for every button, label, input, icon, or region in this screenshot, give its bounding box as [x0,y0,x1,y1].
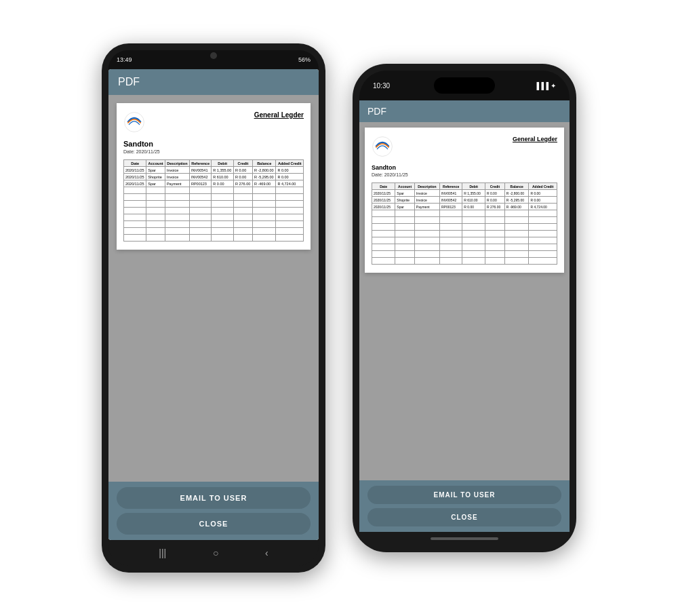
col-debit: Debit [212,160,234,167]
col-added-credit: Added Credit [529,183,557,190]
col-date: Date [124,160,146,167]
table-row [372,244,557,251]
iphone-header-title: PDF [367,106,386,117]
iphone-home-indicator [359,532,570,545]
iphone-company: Sandton [372,164,557,171]
table-row [124,228,304,235]
android-time: 13:49 [117,56,132,63]
iphone-date: Date: 2020/11/25 [372,172,557,177]
col-date: Date [372,183,395,190]
iphone-logo [372,136,393,157]
iphone-close-button[interactable]: CLOSE [367,508,561,526]
table-row [124,187,304,194]
iphone-pdf-page: General Legder Sandton Date: 2020/11/25 … [365,128,564,273]
android-header-title: PDF [118,76,140,88]
col-description: Description [414,183,439,190]
android-logo [123,111,145,133]
table-row [124,235,304,242]
svg-point-0 [125,113,144,132]
iphone-screen: PDF General Legder Sandton Date: 2020/11… [359,100,570,532]
android-battery: 56% [298,56,311,63]
table-row [372,258,557,265]
iphone-pdf-area: General Legder Sandton Date: 2020/11/25 … [359,122,570,480]
iphone-ledger-table: Date Account Description Reference Debit… [372,182,557,265]
iphone-dynamic-island [434,77,495,94]
table-row: 2020/11/25ShopriteInvoiceINV00542R 610.0… [124,174,304,180]
android-pdf-area: General Legder Sandton Date: 2020/11/25 … [108,95,319,482]
col-balance: Balance [504,183,529,190]
col-description: Description [165,160,189,167]
col-debit: Debit [462,183,485,190]
col-account: Account [395,183,415,190]
android-camera [210,52,217,59]
table-row [372,210,557,217]
table-row [124,194,304,201]
table-row: 2020/11/25ShopriteInvoiceINV00542R 610.0… [372,197,557,204]
android-email-button[interactable]: EMAIL TO USER [117,487,311,509]
iphone-pdf-header: General Legder [372,136,557,157]
iphone-table-header-row: Date Account Description Reference Debit… [372,183,557,190]
android-pdf-page: General Legder Sandton Date: 2020/11/25 … [117,103,311,250]
iphone-buttons: EMAIL TO USER CLOSE [359,480,570,532]
android-nav-back[interactable]: ‹ [265,547,268,558]
table-row [372,251,557,258]
col-balance: Balance [252,160,276,167]
col-credit: Credit [485,183,504,190]
android-ledger-table: Date Account Description Reference Debit… [123,159,304,242]
table-row: 2020/11/25SparPaymentRP00123R 0.00R 276.… [372,204,557,210]
iphone-signal: ▐▐▐ ✦ [534,82,556,90]
table-row [372,231,557,237]
android-close-button[interactable]: CLOSE [117,513,311,535]
table-row [124,221,304,228]
android-status-bar: 13:49 56% [108,50,319,69]
iphone-home-bar [431,537,498,540]
col-account: Account [146,160,165,167]
iphone-phone: 10:30 ▐▐▐ ✦ PDF General Legder Sandton [353,64,576,552]
android-table-header-row: Date Account Description Reference Debit… [124,160,304,167]
iphone-email-button[interactable]: EMAIL TO USER [367,486,561,504]
table-row [124,214,304,221]
android-date: Date: 2020/11/25 [123,149,304,154]
table-row [372,217,557,224]
iphone-status-bar: 10:30 ▐▐▐ ✦ [359,71,570,100]
col-added-credit: Added Credit [276,160,304,167]
table-row: 2020/11/25SparPaymentRP00123R 0.00R 276.… [124,180,304,187]
svg-point-1 [373,137,393,157]
android-pdf-title: General Legder [254,111,304,119]
table-row [124,208,304,214]
android-buttons: EMAIL TO USER CLOSE [108,482,319,540]
android-app-header: PDF [108,69,319,95]
android-phone: 13:49 56% PDF General Legder Sandton [102,43,325,573]
android-nav-bar: ||| ○ ‹ [108,540,319,566]
android-screen: PDF General Legder Sandton Date: 2020/11… [108,69,319,540]
iphone-time: 10:30 [373,82,390,90]
android-nav-recents[interactable]: ||| [159,547,166,558]
android-company: Sandton [123,140,304,148]
table-row: 2020/11/25SparInvoiceINV00541R 1,355.00R… [124,167,304,174]
android-pdf-header: General Legder [123,111,304,133]
android-nav-home[interactable]: ○ [213,547,218,558]
table-row [124,201,304,208]
col-reference: Reference [439,183,462,190]
iphone-pdf-title: General Legder [513,136,557,142]
col-reference: Reference [189,160,211,167]
table-row: 2020/11/25SparInvoiceINV00541R 1,355.00R… [372,190,557,197]
iphone-app-header: PDF [359,100,570,122]
table-row [372,237,557,244]
table-row [372,224,557,231]
col-credit: Credit [233,160,252,167]
